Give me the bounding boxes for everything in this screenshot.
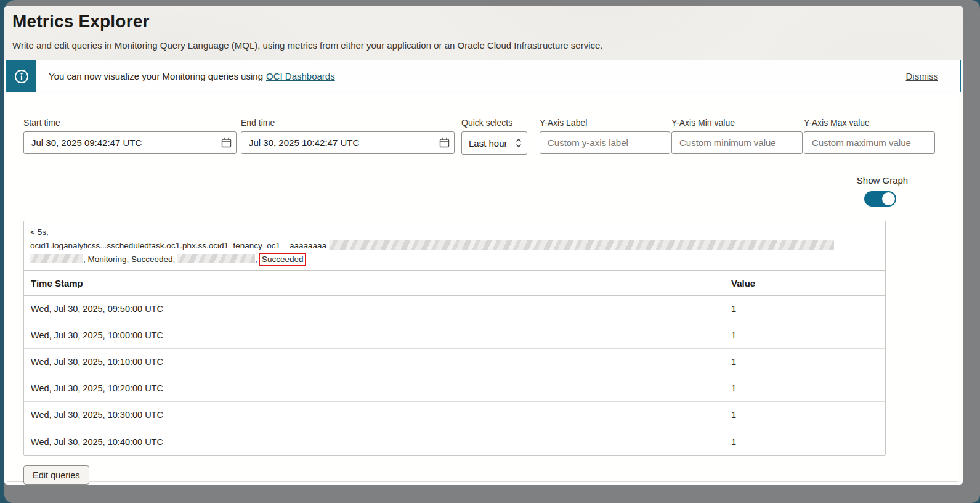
table-row: Wed, Jul 30, 2025, 09:50:00 UTC 1 <box>24 296 885 322</box>
redacted-block <box>30 254 83 263</box>
start-time-input[interactable] <box>23 131 237 154</box>
query-legend: < 5s, ocid1.loganalyticss...sscheduledta… <box>24 221 885 271</box>
timestamp-cell: Wed, Jul 30, 2025, 10:10:00 UTC <box>24 349 723 375</box>
calendar-icon[interactable] <box>439 137 450 148</box>
quick-selects-dropdown[interactable]: Last hour <box>461 131 527 155</box>
quick-selects-value: Last hour <box>469 138 508 149</box>
show-graph-label: Show Graph <box>856 175 909 186</box>
table-row: Wed, Jul 30, 2025, 10:20:00 UTC 1 <box>24 375 885 402</box>
legend-duration: < 5s, <box>30 227 49 237</box>
info-icon <box>14 69 29 84</box>
value-cell: 1 <box>723 296 885 322</box>
dismiss-link[interactable]: Dismiss <box>906 71 939 81</box>
value-cell: 1 <box>723 402 885 428</box>
show-graph-toggle[interactable] <box>864 191 896 207</box>
metrics-explorer-window: Metrics Explorer Write and edit queries … <box>4 6 963 485</box>
legend-line-1: < 5s, <box>30 226 879 239</box>
timestamp-cell: Wed, Jul 30, 2025, 10:40:00 UTC <box>24 428 723 455</box>
redacted-block <box>177 254 255 263</box>
chevron-up-down-icon <box>509 138 522 148</box>
banner-message: You can now visualize your Monitoring qu… <box>49 60 335 92</box>
table-row: Wed, Jul 30, 2025, 10:00:00 UTC 1 <box>24 322 885 349</box>
page-subtitle: Write and edit queries in Monitoring Que… <box>12 40 603 51</box>
timestamp-cell: Wed, Jul 30, 2025, 10:30:00 UTC <box>24 402 723 428</box>
legend-comma: , <box>255 255 257 264</box>
y-axis-max-label: Y-Axis Max value <box>804 118 870 128</box>
legend-status-text: , Monitoring, Succeeded, <box>83 255 175 264</box>
edit-queries-button[interactable]: Edit queries <box>23 465 89 485</box>
value-cell: 1 <box>723 322 885 348</box>
y-axis-label-label: Y-Axis Label <box>540 118 587 128</box>
column-header-timestamp: Time Stamp <box>24 271 723 295</box>
table-header-row: Time Stamp Value <box>24 271 885 296</box>
y-axis-max-input[interactable] <box>804 131 935 154</box>
table-row: Wed, Jul 30, 2025, 10:30:00 UTC 1 <box>24 402 885 428</box>
highlighted-status: Succeeded <box>262 255 304 264</box>
value-cell: 1 <box>723 375 885 401</box>
page-header: Metrics Explorer Write and edit queries … <box>4 6 963 60</box>
legend-line-3: , Monitoring, Succeeded, ,Succeeded <box>30 253 879 266</box>
calendar-icon[interactable] <box>221 137 232 148</box>
quick-selects-label: Quick selects <box>461 118 512 128</box>
timestamp-cell: Wed, Jul 30, 2025, 09:50:00 UTC <box>24 296 723 322</box>
oci-dashboards-link[interactable]: OCI Dashboards <box>266 71 335 81</box>
column-header-value: Value <box>723 271 885 295</box>
legend-line-2: ocid1.loganalyticss...sscheduledtask.oc1… <box>30 239 879 253</box>
timestamp-cell: Wed, Jul 30, 2025, 10:20:00 UTC <box>24 375 723 401</box>
end-time-label: End time <box>241 118 275 128</box>
end-time-input[interactable] <box>241 131 455 154</box>
info-banner: You can now visualize your Monitoring qu… <box>6 60 961 92</box>
table-row: Wed, Jul 30, 2025, 10:10:00 UTC 1 <box>24 349 885 375</box>
redacted-block <box>329 240 834 250</box>
query-results-box: < 5s, ocid1.loganalyticss...sscheduledta… <box>23 221 886 456</box>
table-row: Wed, Jul 30, 2025, 10:40:00 UTC 1 <box>24 428 885 455</box>
y-axis-min-label: Y-Axis Min value <box>671 118 735 128</box>
value-cell: 1 <box>723 349 885 375</box>
page-title: Metrics Explorer <box>12 12 150 31</box>
start-time-label: Start time <box>23 118 60 128</box>
timestamp-cell: Wed, Jul 30, 2025, 10:00:00 UTC <box>24 322 723 348</box>
info-icon-box <box>7 60 36 92</box>
highlight-annotation-box: Succeeded <box>259 253 307 266</box>
banner-message-text: You can now visualize your Monitoring qu… <box>49 71 263 81</box>
y-axis-label-input[interactable] <box>540 131 670 154</box>
main-panel: Start time End time Quick selects Last h… <box>7 94 958 482</box>
table-body: Wed, Jul 30, 2025, 09:50:00 UTC 1 Wed, J… <box>24 296 885 455</box>
y-axis-min-input[interactable] <box>671 131 803 154</box>
value-cell: 1 <box>723 428 885 455</box>
toggle-knob <box>882 192 895 205</box>
legend-ocid: ocid1.loganalyticss...sscheduledtask.oc1… <box>30 241 326 250</box>
